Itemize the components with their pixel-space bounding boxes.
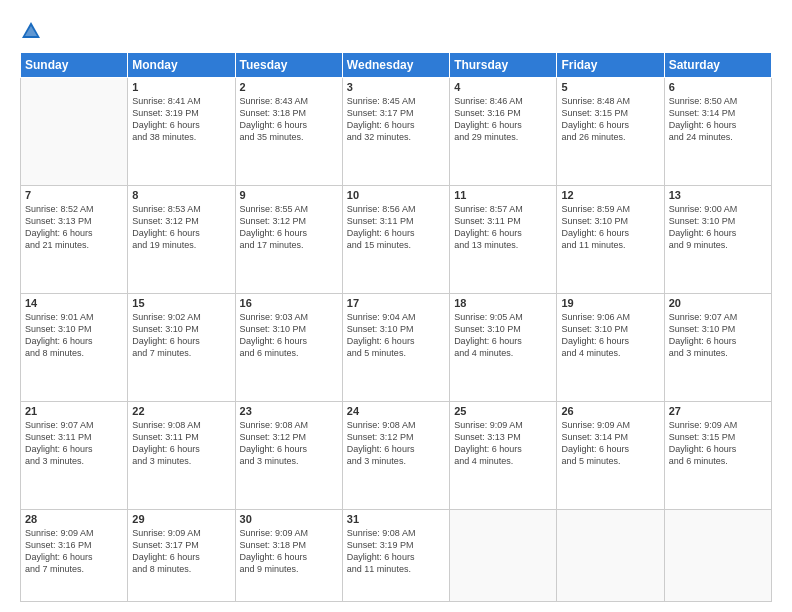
day-number: 14 [25, 297, 123, 309]
day-details: Sunrise: 9:01 AM Sunset: 3:10 PM Dayligh… [25, 311, 123, 360]
day-details: Sunrise: 9:08 AM Sunset: 3:12 PM Dayligh… [240, 419, 338, 468]
day-details: Sunrise: 9:07 AM Sunset: 3:10 PM Dayligh… [669, 311, 767, 360]
calendar-cell: 6Sunrise: 8:50 AM Sunset: 3:14 PM Daylig… [664, 78, 771, 186]
day-details: Sunrise: 9:09 AM Sunset: 3:13 PM Dayligh… [454, 419, 552, 468]
calendar-week-row: 21Sunrise: 9:07 AM Sunset: 3:11 PM Dayli… [21, 401, 772, 509]
day-details: Sunrise: 9:04 AM Sunset: 3:10 PM Dayligh… [347, 311, 445, 360]
calendar-cell: 31Sunrise: 9:08 AM Sunset: 3:19 PM Dayli… [342, 509, 449, 601]
logo [20, 18, 45, 42]
weekday-header: Thursday [450, 53, 557, 78]
calendar-cell: 3Sunrise: 8:45 AM Sunset: 3:17 PM Daylig… [342, 78, 449, 186]
calendar-header-row: SundayMondayTuesdayWednesdayThursdayFrid… [21, 53, 772, 78]
day-number: 29 [132, 513, 230, 525]
calendar-cell: 20Sunrise: 9:07 AM Sunset: 3:10 PM Dayli… [664, 293, 771, 401]
weekday-header: Sunday [21, 53, 128, 78]
calendar-cell: 12Sunrise: 8:59 AM Sunset: 3:10 PM Dayli… [557, 185, 664, 293]
page: SundayMondayTuesdayWednesdayThursdayFrid… [0, 0, 792, 612]
day-number: 30 [240, 513, 338, 525]
calendar-cell: 28Sunrise: 9:09 AM Sunset: 3:16 PM Dayli… [21, 509, 128, 601]
calendar-cell: 22Sunrise: 9:08 AM Sunset: 3:11 PM Dayli… [128, 401, 235, 509]
day-number: 23 [240, 405, 338, 417]
day-number: 16 [240, 297, 338, 309]
calendar-cell: 24Sunrise: 9:08 AM Sunset: 3:12 PM Dayli… [342, 401, 449, 509]
calendar-cell: 29Sunrise: 9:09 AM Sunset: 3:17 PM Dayli… [128, 509, 235, 601]
day-number: 25 [454, 405, 552, 417]
weekday-header: Monday [128, 53, 235, 78]
calendar-cell: 5Sunrise: 8:48 AM Sunset: 3:15 PM Daylig… [557, 78, 664, 186]
day-number: 10 [347, 189, 445, 201]
calendar-cell: 1Sunrise: 8:41 AM Sunset: 3:19 PM Daylig… [128, 78, 235, 186]
day-details: Sunrise: 9:09 AM Sunset: 3:16 PM Dayligh… [25, 527, 123, 576]
day-details: Sunrise: 9:00 AM Sunset: 3:10 PM Dayligh… [669, 203, 767, 252]
calendar-week-row: 7Sunrise: 8:52 AM Sunset: 3:13 PM Daylig… [21, 185, 772, 293]
day-details: Sunrise: 9:02 AM Sunset: 3:10 PM Dayligh… [132, 311, 230, 360]
calendar-cell: 26Sunrise: 9:09 AM Sunset: 3:14 PM Dayli… [557, 401, 664, 509]
day-details: Sunrise: 8:57 AM Sunset: 3:11 PM Dayligh… [454, 203, 552, 252]
calendar-cell: 2Sunrise: 8:43 AM Sunset: 3:18 PM Daylig… [235, 78, 342, 186]
header [20, 18, 772, 42]
calendar-cell [664, 509, 771, 601]
day-number: 3 [347, 81, 445, 93]
day-number: 11 [454, 189, 552, 201]
calendar-cell: 11Sunrise: 8:57 AM Sunset: 3:11 PM Dayli… [450, 185, 557, 293]
day-number: 31 [347, 513, 445, 525]
calendar-cell: 8Sunrise: 8:53 AM Sunset: 3:12 PM Daylig… [128, 185, 235, 293]
calendar-cell: 7Sunrise: 8:52 AM Sunset: 3:13 PM Daylig… [21, 185, 128, 293]
calendar-cell: 21Sunrise: 9:07 AM Sunset: 3:11 PM Dayli… [21, 401, 128, 509]
day-number: 4 [454, 81, 552, 93]
calendar-cell: 23Sunrise: 9:08 AM Sunset: 3:12 PM Dayli… [235, 401, 342, 509]
calendar-cell [21, 78, 128, 186]
calendar-cell: 30Sunrise: 9:09 AM Sunset: 3:18 PM Dayli… [235, 509, 342, 601]
day-details: Sunrise: 9:05 AM Sunset: 3:10 PM Dayligh… [454, 311, 552, 360]
day-details: Sunrise: 9:09 AM Sunset: 3:15 PM Dayligh… [669, 419, 767, 468]
calendar-cell: 16Sunrise: 9:03 AM Sunset: 3:10 PM Dayli… [235, 293, 342, 401]
day-number: 15 [132, 297, 230, 309]
day-details: Sunrise: 8:59 AM Sunset: 3:10 PM Dayligh… [561, 203, 659, 252]
day-number: 28 [25, 513, 123, 525]
day-number: 26 [561, 405, 659, 417]
day-number: 1 [132, 81, 230, 93]
calendar-cell [557, 509, 664, 601]
logo-icon [20, 20, 42, 42]
day-number: 20 [669, 297, 767, 309]
calendar-cell: 18Sunrise: 9:05 AM Sunset: 3:10 PM Dayli… [450, 293, 557, 401]
day-details: Sunrise: 8:53 AM Sunset: 3:12 PM Dayligh… [132, 203, 230, 252]
calendar-cell: 27Sunrise: 9:09 AM Sunset: 3:15 PM Dayli… [664, 401, 771, 509]
weekday-header: Tuesday [235, 53, 342, 78]
day-number: 18 [454, 297, 552, 309]
calendar-cell: 9Sunrise: 8:55 AM Sunset: 3:12 PM Daylig… [235, 185, 342, 293]
day-details: Sunrise: 8:50 AM Sunset: 3:14 PM Dayligh… [669, 95, 767, 144]
calendar-week-row: 28Sunrise: 9:09 AM Sunset: 3:16 PM Dayli… [21, 509, 772, 601]
day-details: Sunrise: 9:09 AM Sunset: 3:14 PM Dayligh… [561, 419, 659, 468]
day-details: Sunrise: 8:41 AM Sunset: 3:19 PM Dayligh… [132, 95, 230, 144]
day-number: 13 [669, 189, 767, 201]
calendar-cell: 13Sunrise: 9:00 AM Sunset: 3:10 PM Dayli… [664, 185, 771, 293]
calendar-cell: 19Sunrise: 9:06 AM Sunset: 3:10 PM Dayli… [557, 293, 664, 401]
day-number: 24 [347, 405, 445, 417]
day-details: Sunrise: 8:46 AM Sunset: 3:16 PM Dayligh… [454, 95, 552, 144]
day-details: Sunrise: 9:08 AM Sunset: 3:12 PM Dayligh… [347, 419, 445, 468]
weekday-header: Saturday [664, 53, 771, 78]
day-details: Sunrise: 9:08 AM Sunset: 3:19 PM Dayligh… [347, 527, 445, 576]
day-details: Sunrise: 9:06 AM Sunset: 3:10 PM Dayligh… [561, 311, 659, 360]
day-details: Sunrise: 9:03 AM Sunset: 3:10 PM Dayligh… [240, 311, 338, 360]
day-number: 17 [347, 297, 445, 309]
day-number: 6 [669, 81, 767, 93]
day-details: Sunrise: 9:07 AM Sunset: 3:11 PM Dayligh… [25, 419, 123, 468]
calendar-cell: 17Sunrise: 9:04 AM Sunset: 3:10 PM Dayli… [342, 293, 449, 401]
day-number: 7 [25, 189, 123, 201]
day-number: 27 [669, 405, 767, 417]
day-details: Sunrise: 8:56 AM Sunset: 3:11 PM Dayligh… [347, 203, 445, 252]
day-details: Sunrise: 9:09 AM Sunset: 3:18 PM Dayligh… [240, 527, 338, 576]
calendar-table: SundayMondayTuesdayWednesdayThursdayFrid… [20, 52, 772, 602]
day-details: Sunrise: 8:45 AM Sunset: 3:17 PM Dayligh… [347, 95, 445, 144]
weekday-header: Wednesday [342, 53, 449, 78]
calendar-cell [450, 509, 557, 601]
calendar-week-row: 1Sunrise: 8:41 AM Sunset: 3:19 PM Daylig… [21, 78, 772, 186]
calendar-cell: 4Sunrise: 8:46 AM Sunset: 3:16 PM Daylig… [450, 78, 557, 186]
day-details: Sunrise: 8:52 AM Sunset: 3:13 PM Dayligh… [25, 203, 123, 252]
day-number: 5 [561, 81, 659, 93]
day-number: 9 [240, 189, 338, 201]
day-number: 21 [25, 405, 123, 417]
calendar-cell: 10Sunrise: 8:56 AM Sunset: 3:11 PM Dayli… [342, 185, 449, 293]
